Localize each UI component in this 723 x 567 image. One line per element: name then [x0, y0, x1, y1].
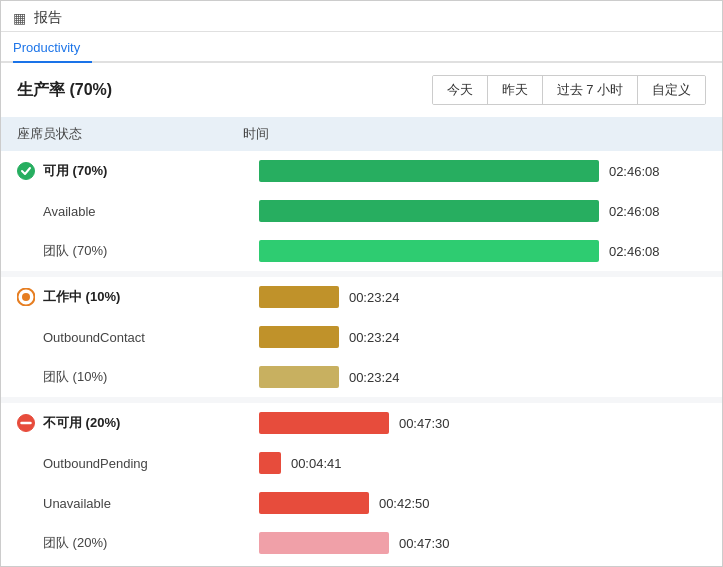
sub-row-unavailable-0: OutboundPending 00:04:41: [1, 443, 722, 483]
sub-row-unavailable-2: 团队 (20%) 00:47:30: [1, 523, 722, 563]
minus-circle-icon: [17, 414, 35, 432]
sub-label: OutboundContact: [17, 330, 145, 345]
group-main-unavailable: 不可用 (20%) 00:47:30: [1, 403, 722, 443]
bar-cell-available: 02:46:08: [243, 156, 706, 186]
status-cell-available: 可用 (70%): [17, 162, 211, 180]
sub-bar-cell: 00:23:24: [243, 322, 706, 352]
productivity-header: 生产率 (70%) 今天 昨天 过去 7 小时 自定义: [1, 63, 722, 117]
sub-bar: [259, 200, 599, 222]
sub-label: OutboundPending: [17, 456, 148, 471]
status-main-label: 可用 (70%): [43, 162, 107, 180]
filter-today[interactable]: 今天: [433, 76, 488, 104]
status-main-label: 工作中 (10%): [43, 288, 120, 306]
time-unavailable: 00:47:30: [399, 416, 450, 431]
sub-time: 00:47:30: [399, 536, 450, 551]
sub-bar: [259, 532, 389, 554]
report-icon: ▦: [13, 10, 26, 26]
sub-bar-cell: 00:42:50: [243, 488, 706, 518]
sub-row-available-1: 团队 (70%) 02:46:08: [1, 231, 722, 271]
col-status: 座席员状态: [1, 117, 227, 151]
status-cell-unavailable: 不可用 (20%): [17, 414, 211, 432]
sub-bar-cell: 02:46:08: [243, 236, 706, 266]
sub-time: 02:46:08: [609, 244, 660, 259]
sub-label: 团队 (10%): [17, 369, 107, 384]
sub-label: 团队 (20%): [17, 535, 107, 550]
bar-cell-unavailable: 00:47:30: [243, 408, 706, 438]
sub-time: 00:23:24: [349, 370, 400, 385]
svg-point-2: [22, 293, 30, 301]
time-available: 02:46:08: [609, 164, 660, 179]
sub-bar-cell: 00:04:41: [243, 448, 706, 478]
sub-time: 00:23:24: [349, 330, 400, 345]
sub-row-working-1: 团队 (10%) 00:23:24: [1, 357, 722, 397]
table-header: 座席员状态 时间: [1, 117, 722, 151]
sub-bar-cell: 02:46:08: [243, 196, 706, 226]
sub-bar: [259, 366, 339, 388]
check-circle-icon: [17, 162, 35, 180]
sub-label: Available: [17, 204, 96, 219]
productivity-table: 座席员状态 时间 可用 (70%) 02:46:08 Available: [1, 117, 722, 563]
status-main-label: 不可用 (20%): [43, 414, 120, 432]
bar-available: [259, 160, 599, 182]
sub-time: 00:04:41: [291, 456, 342, 471]
group-main-available: 可用 (70%) 02:46:08: [1, 151, 722, 191]
sub-row-available-0: Available 02:46:08: [1, 191, 722, 231]
bar-cell-working: 00:23:24: [243, 282, 706, 312]
sub-label: 团队 (70%): [17, 243, 107, 258]
sub-time: 00:42:50: [379, 496, 430, 511]
ring-circle-icon: [17, 288, 35, 306]
page-title: 生产率 (70%): [17, 80, 112, 101]
time-working: 00:23:24: [349, 290, 400, 305]
sub-row-working-0: OutboundContact 00:23:24: [1, 317, 722, 357]
sub-time: 02:46:08: [609, 204, 660, 219]
bar-unavailable: [259, 412, 389, 434]
filter-yesterday[interactable]: 昨天: [488, 76, 543, 104]
header-title: 报告: [34, 9, 62, 27]
group-main-working: 工作中 (10%) 00:23:24: [1, 277, 722, 317]
filter-custom[interactable]: 自定义: [638, 76, 705, 104]
sub-label: Unavailable: [17, 496, 111, 511]
svg-point-0: [18, 163, 35, 180]
tab-productivity[interactable]: Productivity: [13, 32, 92, 63]
bar-working: [259, 286, 339, 308]
sub-bar: [259, 452, 281, 474]
sub-bar-cell: 00:23:24: [243, 362, 706, 392]
sub-bar: [259, 492, 369, 514]
col-time: 时间: [227, 117, 722, 151]
filter-past7h[interactable]: 过去 7 小时: [543, 76, 638, 104]
status-cell-working: 工作中 (10%): [17, 288, 211, 306]
tab-bar: Productivity: [1, 32, 722, 63]
time-filter-group: 今天 昨天 过去 7 小时 自定义: [432, 75, 706, 105]
sub-bar: [259, 326, 339, 348]
sub-row-unavailable-1: Unavailable 00:42:50: [1, 483, 722, 523]
sub-bar-cell: 00:47:30: [243, 528, 706, 558]
sub-bar: [259, 240, 599, 262]
app-header: ▦ 报告: [1, 1, 722, 32]
